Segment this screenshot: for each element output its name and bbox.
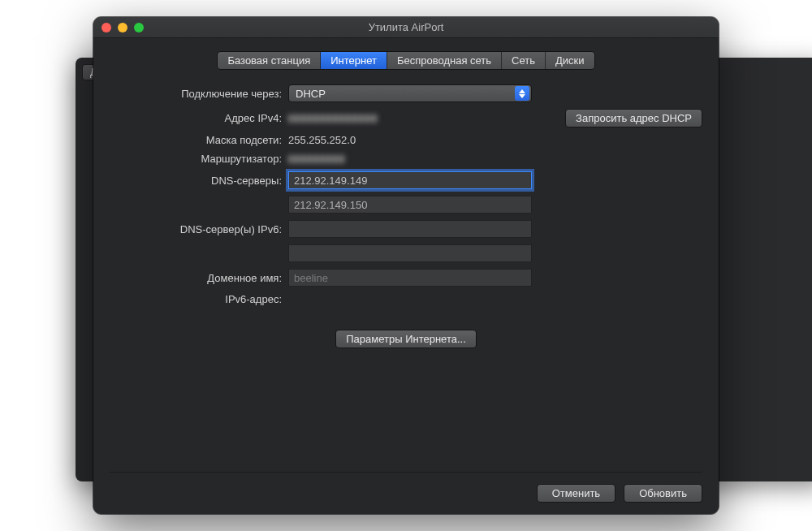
internet-options-button[interactable]: Параметры Интернета... bbox=[335, 330, 477, 348]
airport-utility-window: Утилита AirPort Базовая станция Интернет… bbox=[93, 17, 719, 514]
ipv6-addr-label: IPv6-адрес: bbox=[110, 293, 288, 305]
router-value bbox=[288, 155, 345, 163]
tabs: Базовая станция Интернет Беспроводная се… bbox=[110, 51, 702, 70]
dns-servers-label: DNS-серверы: bbox=[110, 175, 288, 187]
domain-input[interactable]: beeline bbox=[288, 269, 532, 287]
connect-via-select[interactable]: DHCP bbox=[288, 84, 532, 102]
connect-via-label: Подключение через: bbox=[110, 88, 288, 100]
close-icon[interactable] bbox=[102, 23, 111, 32]
request-dhcp-button[interactable]: Запросить адрес DHCP bbox=[565, 109, 702, 127]
tab-internet[interactable]: Интернет bbox=[321, 52, 387, 69]
dns-server-2-input[interactable]: 212.92.149.150 bbox=[288, 196, 532, 214]
window-title: Утилита AirPort bbox=[369, 21, 444, 33]
tab-wireless[interactable]: Беспроводная сеть bbox=[387, 52, 502, 69]
ipv4-label: Адрес IPv4: bbox=[110, 112, 288, 124]
domain-label: Доменное имя: bbox=[110, 272, 288, 284]
dns-server-1-input[interactable]: 212.92.149.149 bbox=[288, 171, 532, 189]
update-button[interactable]: Обновить bbox=[624, 484, 702, 503]
dns-v6-label: DNS-сервер(ы) IPv6: bbox=[110, 223, 288, 235]
chevron-updown-icon bbox=[515, 86, 529, 101]
ipv4-value bbox=[288, 114, 378, 123]
window-controls bbox=[102, 23, 144, 32]
router-label: Маршрутизатор: bbox=[110, 153, 288, 165]
dns-v6-1-input[interactable] bbox=[288, 220, 532, 238]
titlebar: Утилита AirPort bbox=[93, 17, 719, 38]
tab-network[interactable]: Сеть bbox=[502, 52, 546, 69]
subnet-label: Маска подсети: bbox=[110, 134, 288, 146]
maximize-icon[interactable] bbox=[134, 23, 144, 32]
cancel-button[interactable]: Отменить bbox=[537, 484, 615, 503]
connect-via-value: DHCP bbox=[296, 88, 326, 100]
tab-base-station[interactable]: Базовая станция bbox=[218, 52, 321, 69]
tab-disks[interactable]: Диски bbox=[546, 52, 594, 69]
minimize-icon[interactable] bbox=[118, 23, 127, 32]
dns-v6-2-input[interactable] bbox=[288, 244, 532, 262]
subnet-value: 255.255.252.0 bbox=[288, 134, 356, 146]
